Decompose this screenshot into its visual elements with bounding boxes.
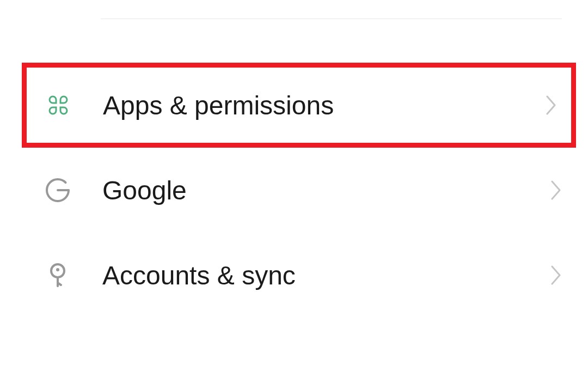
key-icon xyxy=(44,261,72,289)
settings-item-label: Google xyxy=(102,175,551,205)
chevron-right-icon xyxy=(546,95,557,115)
settings-item-label: Apps & permissions xyxy=(103,90,546,120)
chevron-right-icon xyxy=(551,265,562,285)
section-divider xyxy=(101,19,562,19)
settings-list: Apps & permissions Google xyxy=(0,63,588,318)
svg-point-2 xyxy=(56,268,59,271)
settings-item-google[interactable]: Google xyxy=(0,148,588,233)
google-icon xyxy=(44,176,72,204)
settings-item-apps-permissions[interactable]: Apps & permissions xyxy=(22,63,576,148)
settings-item-accounts-sync[interactable]: Accounts & sync xyxy=(0,233,588,318)
chevron-right-icon xyxy=(551,180,562,200)
settings-item-label: Accounts & sync xyxy=(102,260,551,290)
apps-icon xyxy=(44,91,72,119)
